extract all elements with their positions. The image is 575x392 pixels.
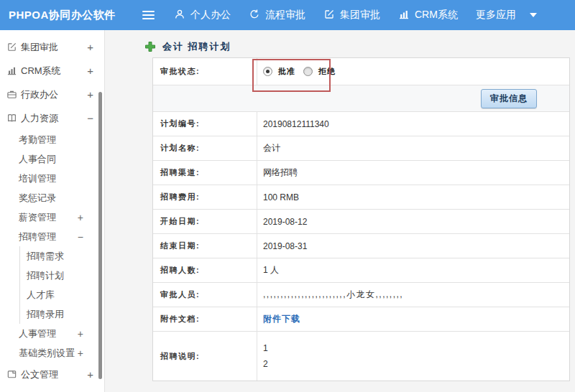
table-row-end-date: 结束日期: 2019-08-31 — [153, 234, 569, 258]
sidebar-item-label: 基础类别设置 — [19, 347, 75, 360]
expand-toggle[interactable]: + — [87, 368, 93, 381]
breadcrumb: 会计 招聘计划 — [144, 40, 231, 53]
sidebar-item-talent-pool[interactable]: 人才库 — [20, 285, 104, 304]
sidebar-item-label: 奖惩记录 — [19, 192, 56, 205]
chart-icon — [398, 9, 410, 22]
table-row-headcount: 招聘人数: 1 人 — [153, 258, 569, 283]
nav-label: CRM系统 — [415, 9, 458, 22]
row-value: ,,,,,,,,,,,,,,,,,,,,,,,,小龙女,,,,,,,, — [257, 283, 569, 307]
chart-icon — [6, 65, 18, 77]
table-row-status: 审批状态: 批准 拒绝 — [153, 58, 569, 85]
description-line: 2 — [263, 359, 268, 369]
nav-group-approval[interactable]: 集团审批 — [323, 9, 380, 22]
sidebar-item-label: 集团审批 — [21, 41, 58, 54]
sidebar-item-attendance[interactable]: 考勤管理 — [0, 130, 104, 149]
top-header: PHPOA协同办公软件 个人办公 流程审批 集团审批 — [0, 0, 575, 30]
sidebar-item-base-category[interactable]: 基础类别设置 + — [0, 343, 104, 363]
table-row-start-date: 开始日期: 2019-08-12 — [153, 210, 569, 234]
sidebar-item-label: 人事合同 — [19, 153, 56, 166]
row-value: 会计 — [257, 136, 569, 160]
expand-toggle[interactable]: + — [78, 212, 83, 223]
nav-label: 流程审批 — [265, 9, 305, 22]
briefcase-icon — [6, 89, 18, 101]
table-row-plan-name: 计划名称: 会计 — [153, 136, 569, 161]
sidebar-item-label: 公文管理 — [21, 368, 58, 381]
caret-down-icon — [530, 13, 537, 17]
collapse-toggle[interactable]: − — [78, 231, 83, 243]
sidebar-item-group-approval[interactable]: 集团审批 + — [0, 35, 104, 59]
row-label: 计划名称: — [153, 136, 257, 160]
sidebar-item-salary[interactable]: 薪资管理 + — [0, 207, 104, 227]
row-label: 招聘费用: — [153, 185, 257, 209]
row-value: 20190812111340 — [257, 112, 569, 136]
row-label: 附件文档: — [153, 307, 257, 331]
sidebar-item-label: 考勤管理 — [19, 134, 56, 146]
nav-more-apps[interactable]: 更多应用 — [476, 9, 537, 22]
table-row-action: 审批信息 — [153, 85, 569, 112]
row-label: 开始日期: — [153, 210, 257, 233]
nav-process-approval[interactable]: 流程审批 — [249, 9, 305, 22]
process-icon — [249, 9, 260, 22]
edit-icon — [6, 42, 18, 53]
nav-label: 更多应用 — [476, 9, 516, 22]
sidebar-item-label: 薪资管理 — [19, 211, 56, 224]
detail-table: 审批状态: 批准 拒绝 审批信息 计划编号: 20190812111 — [152, 57, 570, 381]
table-row-cost: 招聘费用: 100 RMB — [153, 185, 569, 210]
sidebar-item-recruit-mgmt[interactable]: 招聘管理 − — [0, 227, 104, 246]
top-nav: 个人办公 流程审批 集团审批 CRM系统 更多应用 — [141, 0, 537, 30]
table-row-attachment: 附件文档: 附件下载 — [153, 307, 569, 332]
sidebar-item-hr[interactable]: 人力资源 − — [0, 106, 104, 130]
sidebar-item-documents[interactable]: 公文管理 + — [0, 363, 104, 386]
sidebar-scrollbar[interactable] — [98, 92, 102, 379]
sidebar-item-recruit-hire[interactable]: 招聘录用 — [20, 304, 104, 324]
expand-toggle[interactable]: + — [87, 88, 93, 101]
sidebar-item-recruit-plan[interactable]: 招聘计划 — [20, 266, 104, 285]
sidebar-item-vehicle[interactable]: 用车管理 + — [0, 386, 104, 392]
row-label: 计划编号: — [153, 112, 257, 136]
sidebar-item-label: 招聘录用 — [27, 308, 64, 321]
sidebar-item-rewards[interactable]: 奖惩记录 — [0, 188, 104, 207]
sidebar-item-hr-contract[interactable]: 人事合同 — [0, 149, 104, 169]
row-label: 招聘说明: — [153, 332, 257, 381]
menu-icon[interactable] — [141, 8, 156, 22]
row-value: 1 人 — [257, 258, 569, 282]
expand-toggle[interactable]: + — [87, 65, 93, 77]
book-icon — [6, 113, 18, 124]
sidebar-item-label: 人才库 — [27, 289, 55, 302]
attachment-download-link[interactable]: 附件下载 — [263, 313, 300, 325]
sidebar-item-recruit-demand[interactable]: 招聘需求 — [20, 246, 104, 266]
page-title: 会计 招聘计划 — [162, 40, 231, 53]
row-value: 1 2 — [257, 332, 569, 381]
sidebar-item-label: CRM系统 — [21, 65, 61, 78]
sidebar-item-label: 人力资源 — [21, 112, 58, 125]
nav-personal-office[interactable]: 个人办公 — [174, 9, 231, 22]
app-logo: PHPOA协同办公软件 — [9, 9, 116, 22]
row-value: 2019-08-12 — [257, 210, 569, 233]
collapse-toggle[interactable]: − — [87, 112, 93, 124]
sidebar-item-personnel[interactable]: 人事管理 + — [0, 324, 104, 343]
user-icon — [174, 9, 185, 22]
approve-info-button[interactable]: 审批信息 — [481, 89, 537, 108]
highlight-annotation-box — [252, 59, 331, 92]
sidebar-item-label: 人事管理 — [19, 327, 56, 340]
table-row-description: 招聘说明: 1 2 — [153, 332, 569, 381]
nav-label: 集团审批 — [340, 9, 380, 22]
add-icon[interactable] — [144, 41, 156, 52]
table-row-approvers: 审批人员: ,,,,,,,,,,,,,,,,,,,,,,,,小龙女,,,,,,,… — [153, 283, 569, 307]
sidebar-item-training[interactable]: 培训管理 — [0, 169, 104, 188]
doc-icon — [6, 369, 18, 381]
row-label: 招聘渠道: — [153, 161, 257, 185]
expand-toggle[interactable]: + — [78, 347, 83, 359]
sidebar-item-label: 招聘管理 — [19, 230, 56, 243]
sidebar-item-admin-office[interactable]: 行政办公 + — [0, 83, 104, 106]
nav-crm-system[interactable]: CRM系统 — [398, 9, 458, 22]
row-value: 2019-08-31 — [257, 234, 569, 258]
expand-toggle[interactable]: + — [87, 41, 93, 53]
row-label: 结束日期: — [153, 234, 257, 258]
expand-toggle[interactable]: + — [78, 328, 83, 340]
table-row-plan-number: 计划编号: 20190812111340 — [153, 112, 569, 136]
app-window: PHPOA协同办公软件 个人办公 流程审批 集团审批 — [0, 0, 575, 392]
sidebar-item-label: 招聘计划 — [27, 269, 64, 282]
sidebar-item-label: 招聘需求 — [27, 250, 64, 263]
sidebar-item-crm[interactable]: CRM系统 + — [0, 59, 104, 83]
